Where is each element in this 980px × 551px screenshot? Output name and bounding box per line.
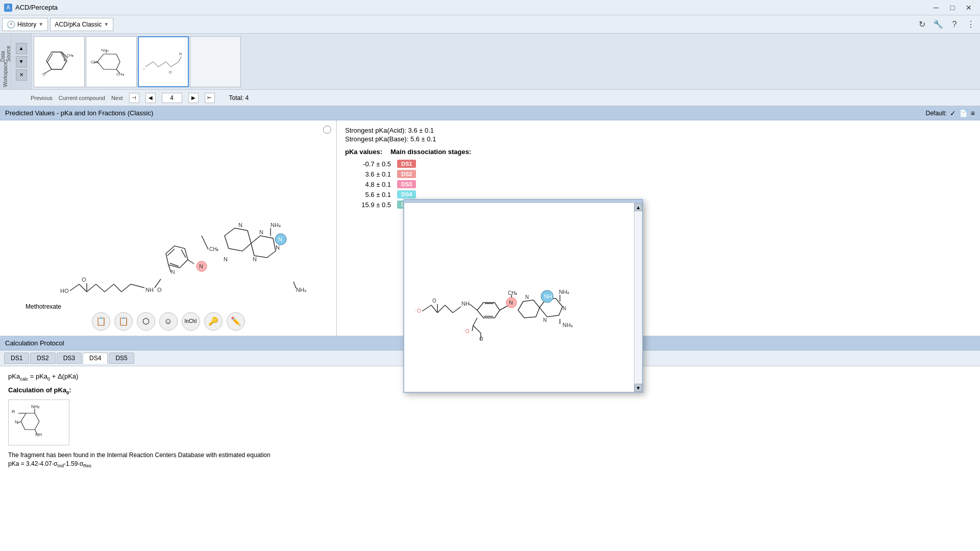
ds3-badge[interactable]: DS3 bbox=[397, 180, 416, 188]
minimize-button[interactable]: ─ bbox=[929, 3, 943, 13]
vertical-labels: Data Source Workspace bbox=[0, 34, 11, 89]
svg-line-38 bbox=[121, 284, 131, 292]
copy-img-button[interactable]: 📋 bbox=[114, 312, 133, 331]
svg-text:O: O bbox=[42, 72, 45, 77]
popup-structure: ⁻O O NH bbox=[412, 211, 626, 384]
svg-line-30 bbox=[79, 284, 87, 292]
svg-text:N: N bbox=[278, 236, 282, 242]
chevron-down-icon: ▼ bbox=[38, 21, 43, 27]
popup-scrollbar: ▲ ▼ bbox=[634, 203, 642, 392]
svg-line-85 bbox=[453, 307, 461, 313]
svg-marker-96 bbox=[518, 300, 540, 318]
molecule-toolbar: 📋 📋 ⬡ ☺ InChI 🔑 ✏️ bbox=[0, 312, 336, 331]
nav-last-button[interactable]: ⊢ bbox=[205, 93, 215, 103]
calc-text: The fragment has been found in the Inter… bbox=[8, 450, 972, 460]
compound-thumb-1[interactable]: O CH₃ bbox=[34, 36, 85, 87]
svg-text:NH₂: NH₂ bbox=[296, 287, 306, 293]
ds1-tab[interactable]: DS1 bbox=[4, 353, 29, 364]
app-icon: A bbox=[4, 4, 12, 12]
copy-mol-button[interactable]: 📋 bbox=[92, 312, 110, 331]
calc-equation: pKa = 3.42-4.07·σInd-1.59·σRes bbox=[8, 460, 972, 468]
svg-text:O: O bbox=[82, 277, 86, 283]
popup-content: ⁻O O NH bbox=[404, 203, 634, 392]
compound-thumb-2[interactable]: NH₂ CH₃ CH₃ bbox=[86, 36, 137, 87]
compounds-down-button[interactable]: ▼ bbox=[16, 56, 27, 67]
menu-icon[interactable]: ≡ bbox=[971, 109, 975, 117]
pka-value-3: 4.8 ± 0.1 bbox=[345, 181, 391, 188]
pka-row-3: 4.8 ± 0.1 DS3 bbox=[345, 180, 972, 188]
settings-button[interactable]: 🔧 bbox=[931, 17, 945, 32]
popup-scroll-up[interactable]: ▲ bbox=[634, 203, 642, 211]
data-source-label[interactable]: Data Source bbox=[0, 36, 11, 62]
compounds-up-button[interactable]: ▲ bbox=[16, 43, 27, 54]
nav-first-button[interactable]: ⊣ bbox=[129, 93, 139, 103]
more-button[interactable]: ⋮ bbox=[964, 17, 978, 32]
refresh-button[interactable]: ↻ bbox=[915, 17, 929, 32]
compounds-sidebar: ▲ ▼ ✕ bbox=[11, 34, 32, 89]
svg-line-4 bbox=[62, 61, 67, 69]
compounds-bar: Data Source Workspace ▲ ▼ ✕ O CH₃ bbox=[0, 34, 980, 90]
compound-thumb-4[interactable] bbox=[190, 36, 241, 87]
ds1-badge[interactable]: DS1 bbox=[397, 160, 416, 168]
compound-thumb-3[interactable]: ~ N O bbox=[138, 36, 189, 87]
svg-line-84 bbox=[445, 305, 453, 313]
compound-structure-3: ~ N O bbox=[140, 39, 186, 85]
pdf-icon[interactable]: 📄 bbox=[959, 109, 968, 117]
svg-text:N: N bbox=[543, 317, 547, 323]
svg-line-87 bbox=[470, 304, 477, 310]
popup-scroll-down[interactable]: ▼ bbox=[634, 384, 642, 392]
default-label: Default: bbox=[925, 110, 946, 117]
compound-structure-1: O CH₃ bbox=[36, 39, 82, 85]
method-dropdown[interactable]: ACD/pKa Classic ▼ bbox=[50, 18, 113, 31]
method-label: ACD/pKa Classic bbox=[55, 21, 102, 28]
svg-text:R: R bbox=[12, 409, 15, 414]
history-dropdown[interactable]: 🕐 History ▼ bbox=[2, 18, 48, 31]
molecule-panel: HO O NH O bbox=[0, 120, 337, 336]
svg-text:~: ~ bbox=[143, 67, 145, 71]
svg-marker-56 bbox=[225, 228, 251, 251]
3d-button[interactable]: ⬡ bbox=[137, 312, 155, 331]
svg-text:NH₂: NH₂ bbox=[271, 222, 281, 228]
calc-fragment: NH₂ N NH R bbox=[8, 399, 69, 445]
ds3-tab[interactable]: DS3 bbox=[57, 353, 82, 364]
ds5-tab[interactable]: DS5 bbox=[109, 353, 134, 364]
svg-marker-0 bbox=[46, 52, 67, 69]
inchi-button[interactable]: InChI bbox=[182, 312, 200, 331]
radio-button[interactable] bbox=[323, 126, 331, 134]
calc-title: Calculation Protocol bbox=[5, 339, 64, 347]
help-button[interactable]: ? bbox=[947, 17, 962, 32]
workspace-label[interactable]: Workspace bbox=[3, 62, 8, 87]
ion-frac-button[interactable]: ☺ bbox=[159, 312, 178, 331]
smiles-button[interactable]: 🔑 bbox=[204, 312, 223, 331]
total-count: Total: 4 bbox=[229, 94, 249, 102]
pka-row-1: -0.7 ± 0.5 DS1 bbox=[345, 160, 972, 168]
ds2-badge[interactable]: DS2 bbox=[397, 170, 416, 178]
current-compound-input[interactable] bbox=[162, 93, 182, 103]
checkmark-icon[interactable]: ✓ bbox=[950, 109, 956, 117]
nav-next-button[interactable]: ▶ bbox=[188, 93, 199, 103]
nav-prev-button[interactable]: ◀ bbox=[145, 93, 156, 103]
title-bar-left: A ACD/Percepta bbox=[4, 4, 58, 12]
svg-text:N: N bbox=[259, 229, 263, 235]
svg-text:NH: NH bbox=[461, 300, 470, 307]
svg-text:N: N bbox=[171, 269, 175, 275]
svg-line-46 bbox=[167, 249, 175, 256]
compounds-close-button[interactable]: ✕ bbox=[16, 69, 27, 81]
current-compound-label: Current compound bbox=[59, 95, 105, 101]
ds4-tab[interactable]: DS4 bbox=[83, 353, 108, 364]
svg-text:CH₃: CH₃ bbox=[209, 246, 218, 252]
strongest-acid: Strongest pKa(Acid): 3.6 ± 0.1 bbox=[345, 127, 972, 134]
pka-table-header: pKa values: Main dissociation stages: bbox=[345, 148, 972, 156]
maximize-button[interactable]: □ bbox=[945, 3, 960, 13]
svg-marker-45 bbox=[166, 246, 188, 268]
ds4-badge[interactable]: DS4 bbox=[397, 190, 416, 198]
ds2-tab[interactable]: DS2 bbox=[30, 353, 55, 364]
compound-thumbnails: O CH₃ NH₂ CH₃ CH₃ bbox=[32, 34, 243, 89]
svg-text:⁻O: ⁻O bbox=[414, 308, 421, 314]
close-button[interactable]: ✕ bbox=[962, 3, 976, 13]
svg-line-39 bbox=[131, 284, 144, 288]
svg-marker-57 bbox=[251, 236, 276, 258]
svg-marker-12 bbox=[97, 54, 120, 69]
svg-marker-88 bbox=[477, 303, 500, 318]
edit-button[interactable]: ✏️ bbox=[227, 312, 245, 331]
